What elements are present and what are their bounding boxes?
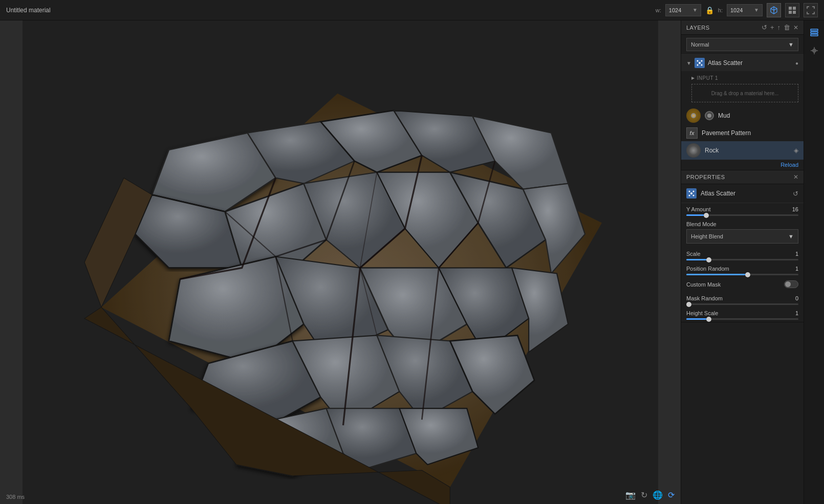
layers-add-icon[interactable]: + (770, 24, 774, 31)
mask-random-value: 0 (795, 295, 798, 301)
properties-panel: PROPERTIES ✕ Atlas Scatter ↺ (681, 170, 804, 322)
mask-random-label: Mask Random (686, 295, 723, 301)
viewport[interactable]: 308 ms 📷 ↻ 🌐 ⟳ (0, 20, 681, 504)
rock-layer-name: Rock (705, 147, 790, 154)
rotate-icon[interactable]: ↻ (641, 490, 647, 500)
svg-point-34 (701, 60, 702, 62)
mask-random-slider[interactable] (686, 303, 798, 305)
width-input[interactable]: 1024 ▼ (665, 4, 701, 16)
right-panels: LAYERS ↺ + ↑ 🗑 ✕ Normal ▼ ▼ (681, 20, 804, 504)
position-random-fill (686, 274, 748, 275)
properties-panel-header: PROPERTIES ✕ (681, 170, 804, 184)
grid-view-button[interactable] (785, 3, 799, 17)
svg-rect-1 (793, 7, 796, 10)
layers-export-icon[interactable]: ↑ (777, 24, 781, 31)
topbar: Untitled material w: 1024 ▼ 🔒 h: 1024 ▼ (0, 0, 824, 20)
scale-property: Scale 1 (681, 248, 804, 262)
height-scale-slider[interactable] (686, 318, 798, 320)
position-random-value: 1 (795, 266, 798, 272)
mask-random-property: Mask Random 0 (681, 292, 804, 307)
fx-badge: fx (686, 127, 698, 139)
cube-view-button[interactable] (767, 3, 781, 17)
layers-title: LAYERS (686, 25, 710, 31)
atlas-scatter-row[interactable]: ▼ Atlas Scatter ● (681, 55, 804, 71)
props-blend-arrow: ▼ (788, 233, 794, 239)
position-random-label: Position Random (686, 266, 729, 272)
width-label: w: (656, 7, 661, 13)
atlas-expand-arrow: ▼ (686, 60, 691, 66)
svg-point-38 (689, 191, 690, 192)
input-tri-icon: ▶ (691, 76, 695, 80)
atlas-dot-icon: ● (795, 60, 798, 66)
rock-visibility-icon[interactable]: ◈ (794, 147, 798, 154)
custom-mask-toggle[interactable] (784, 280, 798, 288)
svg-point-35 (697, 64, 698, 66)
lock-icon[interactable]: 🔒 (705, 6, 714, 14)
svg-point-41 (693, 195, 695, 196)
svg-rect-42 (811, 29, 818, 31)
mask-random-thumb[interactable] (686, 302, 691, 307)
scale-slider[interactable] (686, 259, 798, 260)
height-scale-thumb[interactable] (706, 317, 711, 322)
fullscreen-button[interactable] (804, 3, 818, 17)
blend-mode-row: Normal ▼ (681, 35, 804, 55)
svg-rect-0 (789, 7, 792, 10)
drop-zone[interactable]: Drag & drop a material here... (691, 84, 798, 102)
scale-value: 1 (795, 251, 798, 257)
atlas-scatter-name: Atlas Scatter (708, 59, 792, 67)
layers-header-icons: ↺ + ↑ 🗑 ✕ (762, 24, 798, 31)
layers-panel-icon[interactable] (807, 25, 822, 40)
reload-link[interactable]: Reload (681, 160, 804, 170)
topbar-controls: w: 1024 ▼ 🔒 h: 1024 ▼ (656, 3, 818, 17)
viewport-bottom-icons: 📷 ↻ 🌐 ⟳ (625, 490, 675, 500)
svg-point-32 (699, 62, 701, 64)
rock-layer-row[interactable]: Rock ◈ (681, 141, 804, 160)
layers-refresh-icon[interactable]: ↺ (762, 24, 767, 31)
blend-mode-arrow: ▼ (788, 41, 794, 48)
refresh-icon[interactable]: ⟳ (668, 490, 675, 500)
properties-close-icon[interactable]: ✕ (793, 173, 798, 181)
custom-mask-label: Custom Mask (686, 281, 721, 288)
terrain-canvas (0, 20, 681, 504)
fx-layer-name: Pavement Pattern (702, 129, 798, 137)
scale-thumb[interactable] (706, 257, 711, 262)
props-reset-icon[interactable]: ↺ (793, 190, 798, 198)
svg-rect-43 (811, 32, 818, 33)
atlas-icon (695, 58, 705, 68)
svg-rect-44 (811, 34, 818, 36)
blend-mode-select[interactable]: Normal ▼ (686, 38, 798, 51)
svg-rect-3 (793, 11, 796, 14)
props-blend-mode-select[interactable]: Height Blend ▼ (686, 229, 798, 244)
y-amount-value: 16 (792, 206, 798, 212)
props-atlas-label: Atlas Scatter (701, 190, 789, 197)
props-blend-mode-label: Blend Mode (686, 221, 717, 227)
svg-rect-2 (789, 11, 792, 14)
layers-close-icon[interactable]: ✕ (793, 24, 798, 31)
camera-icon[interactable]: 📷 (625, 490, 636, 500)
viewport-status: 308 ms (6, 494, 25, 500)
fx-layer-row[interactable]: fx Pavement Pattern (681, 125, 804, 141)
y-amount-slider[interactable] (686, 214, 798, 216)
custom-mask-knob (785, 281, 791, 287)
custom-mask-property: Custom Mask (681, 277, 804, 292)
y-amount-property: Y Amount 16 (681, 203, 804, 218)
y-amount-thumb[interactable] (704, 213, 709, 218)
mud-thumbnail (686, 108, 701, 123)
position-random-thumb[interactable] (745, 272, 750, 277)
layers-delete-icon[interactable]: 🗑 (784, 24, 790, 31)
blend-mode-property: Blend Mode Height Blend ▼ (681, 218, 804, 248)
height-input[interactable]: 1024 ▼ (727, 4, 763, 16)
position-random-slider[interactable] (686, 274, 798, 275)
mud-layer-row[interactable]: Mud (681, 106, 804, 125)
height-label: h: (718, 7, 723, 13)
input-label: ▶ INPUT 1 (691, 73, 798, 82)
layers-panel-header: LAYERS ↺ + ↑ 🗑 ✕ (681, 20, 804, 35)
input-section: ▶ INPUT 1 Drag & drop a material here... (681, 71, 804, 106)
properties-panel-icon[interactable] (807, 43, 822, 58)
globe-icon[interactable]: 🌐 (653, 490, 663, 500)
window-title: Untitled material (6, 7, 51, 14)
main-content: 308 ms 📷 ↻ 🌐 ⟳ LAYERS ↺ + ↑ 🗑 ✕ (0, 20, 824, 504)
svg-point-33 (697, 60, 698, 62)
scale-label: Scale (686, 251, 701, 257)
width-arrow: ▼ (692, 7, 698, 13)
